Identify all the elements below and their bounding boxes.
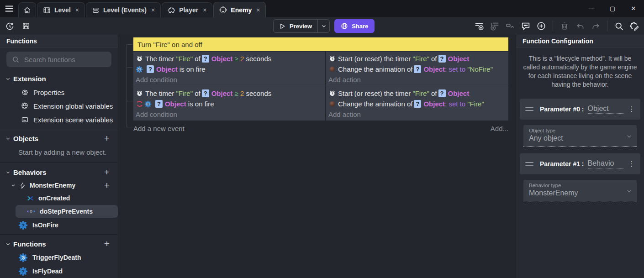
tab-label: Level (Events): [103, 6, 147, 14]
minimize-button[interactable]: —: [581, 0, 602, 16]
search-functions-box[interactable]: [6, 52, 111, 67]
condition[interactable]: The timer "Fire" of?Object ≥ 2 seconds: [136, 53, 323, 64]
sidebar-item-extension-scene-variables[interactable]: Extension scene variables: [0, 113, 118, 126]
section-label: Functions: [13, 240, 99, 248]
tab-player[interactable]: Player ×: [162, 2, 212, 17]
add-condition-link[interactable]: Add condition: [136, 74, 323, 84]
share-label: Share: [352, 23, 368, 30]
add-more-link[interactable]: Add...: [491, 125, 508, 132]
parameter-name-field[interactable]: Object: [588, 105, 623, 114]
drag-handle-icon[interactable]: [525, 162, 533, 166]
objects-empty-hint: Start by adding a new object.: [0, 145, 118, 160]
chevron-down-icon: [626, 133, 632, 139]
invert-condition-icon: [136, 100, 143, 108]
condition[interactable]: The timer "Fire" of?Object ≥ 2 seconds: [136, 88, 323, 99]
save-icon[interactable]: [20, 20, 32, 32]
actions-column: Start (or reset) the timer "Fire" of?Obj…: [326, 52, 508, 86]
condition-text: The timer "Fire" of?Object ≥ 2 seconds: [145, 55, 271, 63]
behavior-monsterenemy[interactable]: MonsterEnemy +: [0, 179, 118, 192]
add-event-icon[interactable]: [473, 20, 485, 32]
section-extension[interactable]: Extension: [0, 72, 118, 85]
tab-level-events[interactable]: Level (Events) ×: [86, 2, 161, 17]
condition-text: ?Object is on fire: [145, 65, 206, 73]
kebab-menu-icon[interactable]: ⋮: [628, 105, 635, 113]
action[interactable]: Start (or reset) the timer "Fire" of?Obj…: [328, 53, 506, 64]
close-icon[interactable]: ×: [202, 6, 206, 14]
sidebar-item-triggerflydeath[interactable]: TriggerFlyDeath: [0, 251, 118, 264]
choose-event-icon[interactable]: [535, 20, 547, 32]
add-action-link[interactable]: Add action: [328, 109, 506, 119]
add-subevent-icon[interactable]: [489, 20, 501, 32]
behavior-type-select[interactable]: Behavior type MonsterEnemy: [523, 180, 637, 201]
condition[interactable]: G ?Object is on fire: [136, 64, 323, 74]
preview-button[interactable]: Preview: [273, 19, 330, 33]
add-link-event-icon[interactable]: [504, 20, 516, 32]
functions-sidebar: Functions Extension Properties Extension…: [0, 35, 118, 278]
sidebar-title: Functions: [0, 35, 118, 47]
tab-level[interactable]: Level ×: [37, 2, 85, 17]
tree-line: [127, 67, 132, 68]
function-configuration-panel: Function Configuration This is a "lifecy…: [516, 35, 644, 278]
section-behaviors[interactable]: Behaviors +: [0, 165, 118, 179]
add-object-button[interactable]: +: [101, 134, 112, 143]
maximize-button[interactable]: ▢: [602, 0, 623, 16]
puzzle-icon: [219, 6, 227, 14]
section-functions[interactable]: Functions +: [0, 237, 118, 251]
action[interactable]: Change the animation of?Object: set to "…: [328, 99, 506, 109]
history-icon[interactable]: [4, 20, 16, 32]
step-dots-icon: [26, 209, 36, 214]
add-behavior-button[interactable]: +: [101, 168, 112, 177]
action-text: Change the animation of?Object: set to "…: [338, 65, 493, 73]
delete-icon[interactable]: [559, 20, 570, 32]
chevron-down-icon: [5, 170, 11, 175]
sidebar-item-extension-global-variables[interactable]: Extension global variables: [0, 99, 118, 113]
add-function-button[interactable]: +: [101, 239, 112, 248]
edit-extension-icon[interactable]: [628, 20, 640, 32]
sidebar-item-dosteppreevents[interactable]: doStepPreEvents: [16, 205, 118, 218]
sidebar-item-isonfire[interactable]: ? IsOnFire: [0, 218, 118, 232]
add-action-link[interactable]: Add action: [328, 74, 506, 84]
share-button[interactable]: Share: [334, 19, 375, 33]
search-functions-input[interactable]: [24, 56, 106, 63]
kebab-menu-icon[interactable]: ⋮: [628, 160, 635, 168]
preview-label: Preview: [290, 23, 312, 30]
sidebar-item-oncreated[interactable]: onCreated: [0, 192, 118, 205]
tab-label: Player: [179, 6, 198, 14]
add-behavior-function-button[interactable]: +: [101, 181, 112, 190]
sidebar-item-label: Properties: [33, 89, 64, 96]
window-controls: — ▢ ✕: [581, 0, 644, 16]
object-type-select[interactable]: Object type Any object: [523, 125, 637, 147]
actions-column: Start (or reset) the timer "Fire" of?Obj…: [326, 86, 508, 121]
close-icon[interactable]: ×: [74, 6, 79, 14]
select-value: Any object: [529, 134, 632, 142]
add-comment-icon[interactable]: [520, 20, 532, 32]
svg-text:?: ?: [21, 268, 25, 274]
close-button[interactable]: ✕: [623, 0, 644, 16]
globe-icon: [341, 22, 348, 30]
close-icon[interactable]: ×: [150, 6, 155, 14]
menu-icon[interactable]: [0, 0, 18, 17]
sidebar-item-isflydead[interactable]: ? IsFlyDead: [0, 264, 118, 278]
sidebar-item-properties[interactable]: Properties: [0, 85, 118, 99]
undo-icon[interactable]: [574, 20, 586, 32]
drag-handle-icon[interactable]: [525, 107, 533, 111]
alarm-clock-icon: [136, 90, 143, 97]
section-objects[interactable]: Objects +: [0, 131, 118, 145]
add-condition-link[interactable]: Add condition: [136, 109, 323, 119]
close-icon[interactable]: ×: [255, 6, 260, 14]
tab-enemy[interactable]: Enemy ×: [213, 2, 266, 17]
action[interactable]: Start (or reset) the timer "Fire" of?Obj…: [328, 88, 506, 99]
event-comment[interactable]: Turn "Fire" on and off: [133, 37, 508, 51]
chevron-down-icon: [626, 188, 632, 194]
condition[interactable]: G ?Object is on fire: [136, 99, 323, 109]
search-icon[interactable]: [613, 20, 625, 32]
preview-dropdown-button[interactable]: [317, 20, 329, 32]
tab-home[interactable]: [18, 2, 36, 17]
redo-icon[interactable]: [590, 20, 602, 32]
parameter-name-field[interactable]: Behavio: [588, 159, 623, 168]
condition-text: ?Object is on fire: [154, 100, 214, 108]
add-new-event-link[interactable]: Add a new event: [133, 125, 185, 132]
action[interactable]: Change the animation of?Object: set to "…: [328, 64, 506, 74]
chevron-down-icon: [5, 136, 11, 141]
conditions-column: The timer "Fire" of?Object ≥ 2 seconds G…: [133, 52, 325, 86]
